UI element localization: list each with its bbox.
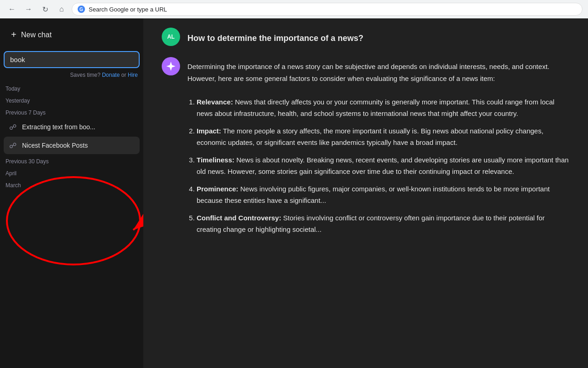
point-relevance-text: News that directly affects you or your c…: [197, 98, 554, 118]
user-question: How to determine the importance of a new…: [187, 31, 570, 46]
point-prominence: Prominence: News involving public figure…: [197, 183, 570, 207]
ai-answer-intro: Determining the importance of a news sto…: [187, 61, 570, 84]
section-prev7: Previous 7 Days: [0, 106, 143, 118]
point-impact-text: The more people a story affects, the mor…: [197, 127, 543, 147]
reload-button[interactable]: ↻: [39, 3, 51, 16]
point-conflict: Conflict and Controversy: Stories involv…: [197, 212, 570, 236]
main-content: AL How to determine the importance of a …: [143, 18, 588, 368]
section-march: March: [0, 178, 143, 190]
section-april: April: [0, 167, 143, 178]
browser-favicon: G: [78, 6, 85, 13]
ai-avatar: [162, 57, 180, 75]
new-chat-label: New chat: [21, 31, 52, 39]
plus-icon: +: [11, 29, 17, 40]
section-prev30: Previous 30 Days: [0, 155, 143, 167]
back-button[interactable]: ←: [6, 3, 18, 16]
chat-item-facebook[interactable]: ☍ Nicest Facebook Posts: [4, 137, 140, 154]
app-container: + New chat Saves time? Donate or Hire To…: [0, 18, 588, 368]
home-button[interactable]: ⌂: [55, 3, 68, 16]
new-chat-button[interactable]: + New chat: [4, 22, 140, 47]
chat-item-extracting[interactable]: ☍ Extracting text from boo...: [4, 118, 140, 136]
section-yesterday: Yesterday: [0, 94, 143, 106]
point-timeliness: Timeliness: News is about novelty. Break…: [197, 154, 570, 178]
user-message: AL How to determine the importance of a …: [162, 28, 570, 46]
point-prominence-label: Prominence:: [197, 185, 238, 193]
address-bar[interactable]: G Search Google or type a URL: [72, 3, 582, 16]
sidebar: + New chat Saves time? Donate or Hire To…: [0, 18, 143, 368]
point-relevance-label: Relevance:: [197, 98, 233, 106]
chat-item-text-extracting: Extracting text from boo...: [22, 123, 96, 131]
point-timeliness-text: News is about novelty. Breaking news, re…: [197, 156, 569, 176]
point-timeliness-label: Timeliness:: [197, 156, 234, 164]
point-impact-label: Impact:: [197, 127, 221, 135]
ai-points-list: Relevance: News that directly affects yo…: [187, 96, 570, 236]
point-relevance: Relevance: News that directly affects yo…: [197, 96, 570, 120]
point-impact: Impact: The more people a story affects,…: [197, 125, 570, 149]
chat-icon-extracting: ☍: [9, 123, 17, 131]
point-prominence-text: News involving public figures, major com…: [197, 185, 550, 205]
ai-message: Determining the importance of a news sto…: [162, 57, 570, 241]
chat-icon-facebook: ☍: [9, 141, 17, 150]
forward-button[interactable]: →: [22, 3, 35, 16]
point-conflict-label: Conflict and Controversy:: [197, 214, 281, 222]
section-today: Today: [0, 82, 143, 94]
user-avatar: AL: [162, 28, 180, 46]
ai-message-content: Determining the importance of a news sto…: [187, 57, 570, 241]
search-input[interactable]: [4, 51, 140, 68]
hire-link[interactable]: Hire: [128, 72, 138, 78]
browser-bar: ← → ↻ ⌂ G Search Google or type a URL: [0, 0, 588, 18]
user-message-content: How to determine the importance of a new…: [187, 28, 570, 46]
saves-hint: Saves time? Donate or Hire: [0, 71, 143, 82]
address-text: Search Google or type a URL: [89, 6, 167, 13]
chat-item-text-facebook: Nicest Facebook Posts: [22, 142, 88, 149]
donate-link[interactable]: Donate: [102, 72, 120, 78]
